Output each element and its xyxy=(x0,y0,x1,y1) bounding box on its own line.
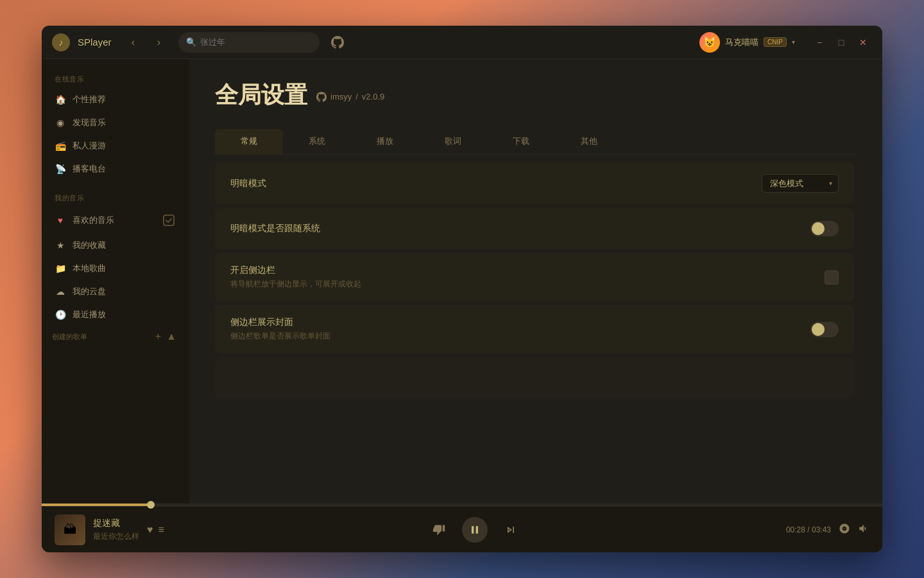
nav-forward-button[interactable]: › xyxy=(150,33,168,51)
online-music-label: 在线音乐 xyxy=(42,69,189,88)
sidebar-item-cloud[interactable]: ☁ 我的云盘 xyxy=(42,280,189,303)
setting-row-sidebar-cover: 侧边栏展示封面 侧边栏歌单是否展示歌单封面 xyxy=(215,305,854,353)
toggle-follow-system[interactable] xyxy=(810,221,839,236)
player-actions: ♥ ≡ xyxy=(147,524,164,536)
progress-bar-container[interactable] xyxy=(42,504,882,506)
toggle-knob-sidebar-cover xyxy=(812,323,825,336)
svg-rect-0 xyxy=(164,215,174,225)
page-title: 全局设置 xyxy=(215,80,307,111)
recent-icon: 🕐 xyxy=(55,309,66,320)
setting-row-sidebar: 开启侧边栏 将导航栏放于侧边显示，可展开或收起 xyxy=(215,253,854,301)
window-controls: − □ ✕ xyxy=(810,33,872,51)
private-icon: 📻 xyxy=(55,140,66,152)
pause-button[interactable] xyxy=(462,517,488,543)
sidebar-item-local[interactable]: 📁 本地歌曲 xyxy=(42,257,189,280)
version: v2.0.9 xyxy=(362,92,384,101)
time-display: 00:28 / 03:43 xyxy=(786,525,831,534)
like-song-button[interactable]: ♥ xyxy=(147,524,153,536)
sidebar-item-private-label: 私人漫游 xyxy=(73,140,106,152)
volume-button[interactable] xyxy=(858,523,869,537)
collapse-playlists-button[interactable]: ▲ xyxy=(164,330,179,343)
github-separator: / xyxy=(355,92,358,101)
theme-select[interactable]: 深色模式 浅色模式 跟随系统 xyxy=(762,174,839,193)
search-icon: 🔍 xyxy=(186,37,196,47)
page-header: 全局设置 imsyy / v2.0.9 xyxy=(215,80,857,111)
tab-playback[interactable]: 播放 xyxy=(351,129,419,155)
add-playlist-button[interactable]: + xyxy=(153,330,164,343)
tab-other[interactable]: 其他 xyxy=(555,129,623,155)
toggle-sidebar-cover[interactable] xyxy=(810,322,839,337)
app-window: ♪ SPlayer ‹ › 🔍 😺 马克喵喵 CNIP ▾ − □ ✕ xyxy=(42,26,882,552)
app-logo: ♪ xyxy=(52,33,70,51)
toggle-knob-follow-system xyxy=(812,222,825,235)
tab-lyrics[interactable]: 歌词 xyxy=(419,129,487,155)
sidebar-item-liked[interactable]: ♥ 喜欢的音乐 xyxy=(42,207,189,234)
sidebar-item-collection[interactable]: ★ 我的收藏 xyxy=(42,234,189,257)
time-separator: / xyxy=(807,525,812,534)
search-bar: 🔍 xyxy=(178,32,320,53)
tab-download[interactable]: 下载 xyxy=(487,129,555,155)
setting-label-sidebar: 开启侧边栏 xyxy=(230,265,825,276)
tab-general[interactable]: 常规 xyxy=(215,129,283,155)
sidebar-item-podcast-label: 播客电台 xyxy=(73,163,106,175)
cloud-icon: ☁ xyxy=(55,286,66,297)
close-button[interactable]: ✕ xyxy=(854,33,872,51)
app-name: SPlayer xyxy=(78,37,112,48)
player-controls xyxy=(164,517,786,543)
sidebar-item-discover-label: 发现音乐 xyxy=(73,117,106,128)
discover-icon: ◉ xyxy=(55,117,66,128)
created-label: 创建的歌单 xyxy=(52,332,153,342)
setting-desc-sidebar-cover: 侧边栏歌单是否展示歌单封面 xyxy=(230,331,810,342)
star-icon: ★ xyxy=(55,240,66,251)
sidebar: 在线音乐 🏠 个性推荐 ◉ 发现音乐 📻 私人漫游 📡 播客电台 我的音乐 ♥ … xyxy=(42,59,189,504)
progress-fill xyxy=(42,504,151,506)
player-bar: 🏔 捉迷藏 最近你怎么样 ♥ ≡ xyxy=(42,506,882,552)
sidebar-item-personal-label: 个性推荐 xyxy=(73,94,106,105)
setting-row-extra xyxy=(215,357,854,398)
home-icon: 🏠 xyxy=(55,94,66,105)
user-badge: CNIP xyxy=(764,37,787,47)
player-info: 捉迷藏 最近你怎么样 xyxy=(93,518,139,542)
player-artist: 最近你怎么样 xyxy=(93,531,139,542)
title-bar: ♪ SPlayer ‹ › 🔍 😺 马克喵喵 CNIP ▾ − □ ✕ xyxy=(42,26,882,59)
checkbox-sidebar[interactable] xyxy=(825,270,839,285)
maximize-button[interactable]: □ xyxy=(832,33,850,51)
settings-panel: 明暗模式 深色模式 浅色模式 跟随系统 ▾ 明暗模式是否跟随系统 xyxy=(215,155,857,491)
dislike-button[interactable] xyxy=(429,520,449,540)
sidebar-item-discover[interactable]: ◉ 发现音乐 xyxy=(42,111,189,134)
user-avatar: 😺 xyxy=(699,32,720,53)
github-user: imsyy xyxy=(330,92,352,101)
folder-icon: 📁 xyxy=(55,263,66,274)
theme-select-wrapper: 深色模式 浅色模式 跟随系统 ▾ xyxy=(762,174,839,193)
sidebar-item-personal[interactable]: 🏠 个性推荐 xyxy=(42,88,189,111)
sidebar-item-podcast[interactable]: 📡 播客电台 xyxy=(42,157,189,180)
tab-system[interactable]: 系统 xyxy=(283,129,351,155)
main-content: 在线音乐 🏠 个性推荐 ◉ 发现音乐 📻 私人漫游 📡 播客电台 我的音乐 ♥ … xyxy=(42,59,882,504)
disc-button[interactable] xyxy=(839,523,850,537)
setting-label-wrap-sidebar: 开启侧边栏 将导航栏放于侧边显示，可展开或收起 xyxy=(230,265,825,290)
heart-icon: ♥ xyxy=(55,215,66,226)
sidebar-item-private[interactable]: 📻 私人漫游 xyxy=(42,134,189,157)
setting-label-follow-system: 明暗模式是否跟随系统 xyxy=(230,223,810,234)
setting-label-sidebar-cover: 侧边栏展示封面 xyxy=(230,317,810,328)
sidebar-item-recent-label: 最近播放 xyxy=(73,309,106,320)
setting-label-theme: 明暗模式 xyxy=(230,178,762,189)
user-section: 😺 马克喵喵 CNIP ▾ xyxy=(699,32,795,53)
sidebar-item-cloud-label: 我的云盘 xyxy=(73,286,106,297)
github-button[interactable] xyxy=(327,32,348,53)
minimize-button[interactable]: − xyxy=(810,33,828,51)
next-button[interactable] xyxy=(501,520,521,540)
liked-badge xyxy=(161,213,176,228)
total-time: 03:43 xyxy=(812,525,831,534)
podcast-icon: 📡 xyxy=(55,163,66,175)
nav-back-button[interactable]: ‹ xyxy=(124,33,142,51)
sidebar-item-collection-label: 我的收藏 xyxy=(73,240,106,251)
github-info: imsyy / v2.0.9 xyxy=(316,92,384,102)
dropdown-arrow-icon: ▾ xyxy=(792,39,795,46)
sidebar-item-recent[interactable]: 🕐 最近播放 xyxy=(42,303,189,326)
current-time: 00:28 xyxy=(786,525,805,534)
app-logo-icon: ♪ xyxy=(59,37,64,48)
playlist-button[interactable]: ≡ xyxy=(158,524,164,536)
search-input[interactable] xyxy=(200,37,312,47)
sidebar-item-local-label: 本地歌曲 xyxy=(73,263,106,274)
